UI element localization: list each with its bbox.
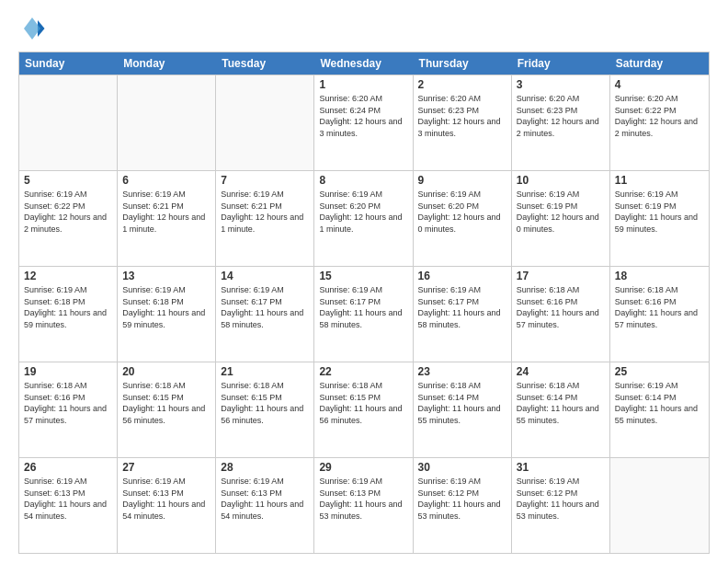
empty-cell (118, 75, 216, 170)
day-info: Sunrise: 6:19 AM Sunset: 6:18 PM Dayligh… (122, 284, 210, 330)
calendar: SundayMondayTuesdayWednesdayThursdayFrid… (18, 52, 710, 554)
day-info: Sunrise: 6:19 AM Sunset: 6:21 PM Dayligh… (221, 189, 309, 235)
day-number: 13 (122, 270, 210, 282)
day-number: 11 (615, 174, 704, 187)
day-number: 9 (418, 174, 506, 187)
day-cell-17: 17Sunrise: 6:18 AM Sunset: 6:16 PM Dayli… (512, 267, 610, 362)
day-info: Sunrise: 6:19 AM Sunset: 6:17 PM Dayligh… (221, 284, 309, 330)
day-info: Sunrise: 6:19 AM Sunset: 6:22 PM Dayligh… (24, 189, 112, 235)
calendar-week-5: 26Sunrise: 6:19 AM Sunset: 6:13 PM Dayli… (19, 457, 709, 553)
empty-cell (216, 75, 314, 170)
day-info: Sunrise: 6:20 AM Sunset: 6:23 PM Dayligh… (517, 93, 605, 139)
day-cell-20: 20Sunrise: 6:18 AM Sunset: 6:15 PM Dayli… (118, 362, 216, 457)
day-info: Sunrise: 6:19 AM Sunset: 6:17 PM Dayligh… (418, 284, 506, 330)
day-cell-27: 27Sunrise: 6:19 AM Sunset: 6:13 PM Dayli… (118, 458, 216, 553)
header-day-sunday: Sunday (19, 52, 118, 75)
day-number: 14 (221, 270, 309, 282)
day-cell-6: 6Sunrise: 6:19 AM Sunset: 6:21 PM Daylig… (118, 171, 216, 266)
day-cell-29: 29Sunrise: 6:19 AM Sunset: 6:13 PM Dayli… (314, 458, 413, 553)
header-day-saturday: Saturday (610, 52, 709, 75)
calendar-week-3: 12Sunrise: 6:19 AM Sunset: 6:18 PM Dayli… (19, 266, 709, 362)
day-info: Sunrise: 6:19 AM Sunset: 6:13 PM Dayligh… (319, 476, 407, 522)
day-cell-4: 4Sunrise: 6:20 AM Sunset: 6:22 PM Daylig… (610, 75, 709, 170)
day-number: 2 (418, 78, 506, 91)
day-number: 4 (615, 78, 704, 91)
day-info: Sunrise: 6:19 AM Sunset: 6:12 PM Dayligh… (517, 476, 605, 522)
day-cell-16: 16Sunrise: 6:19 AM Sunset: 6:17 PM Dayli… (414, 267, 512, 362)
day-number: 24 (517, 365, 605, 378)
day-info: Sunrise: 6:19 AM Sunset: 6:17 PM Dayligh… (319, 284, 407, 330)
day-number: 12 (24, 270, 112, 282)
header-day-thursday: Thursday (414, 52, 512, 75)
day-cell-26: 26Sunrise: 6:19 AM Sunset: 6:13 PM Dayli… (19, 458, 118, 553)
calendar-body: 1Sunrise: 6:20 AM Sunset: 6:24 PM Daylig… (19, 75, 709, 553)
day-cell-11: 11Sunrise: 6:19 AM Sunset: 6:19 PM Dayli… (610, 171, 709, 266)
day-number: 25 (615, 365, 704, 378)
day-cell-23: 23Sunrise: 6:18 AM Sunset: 6:14 PM Dayli… (414, 362, 512, 457)
day-cell-12: 12Sunrise: 6:19 AM Sunset: 6:18 PM Dayli… (19, 267, 118, 362)
day-info: Sunrise: 6:19 AM Sunset: 6:14 PM Dayligh… (615, 380, 704, 426)
day-cell-19: 19Sunrise: 6:18 AM Sunset: 6:16 PM Dayli… (19, 362, 118, 457)
day-cell-30: 30Sunrise: 6:19 AM Sunset: 6:12 PM Dayli… (414, 458, 512, 553)
day-cell-31: 31Sunrise: 6:19 AM Sunset: 6:12 PM Dayli… (512, 458, 610, 553)
day-number: 31 (517, 461, 605, 474)
empty-cell (610, 458, 709, 553)
day-number: 22 (319, 365, 407, 378)
day-info: Sunrise: 6:19 AM Sunset: 6:20 PM Dayligh… (319, 189, 407, 235)
day-cell-22: 22Sunrise: 6:18 AM Sunset: 6:15 PM Dayli… (314, 362, 413, 457)
day-number: 10 (517, 174, 605, 187)
day-info: Sunrise: 6:19 AM Sunset: 6:19 PM Dayligh… (517, 189, 605, 235)
header-day-tuesday: Tuesday (216, 52, 314, 75)
day-cell-13: 13Sunrise: 6:19 AM Sunset: 6:18 PM Dayli… (118, 267, 216, 362)
calendar-week-2: 5Sunrise: 6:19 AM Sunset: 6:22 PM Daylig… (19, 170, 709, 266)
day-number: 15 (319, 270, 407, 282)
day-info: Sunrise: 6:18 AM Sunset: 6:15 PM Dayligh… (319, 380, 407, 426)
day-number: 3 (517, 78, 605, 91)
day-cell-8: 8Sunrise: 6:19 AM Sunset: 6:20 PM Daylig… (314, 171, 413, 266)
day-info: Sunrise: 6:19 AM Sunset: 6:13 PM Dayligh… (122, 476, 210, 522)
day-number: 16 (418, 270, 506, 282)
day-number: 7 (221, 174, 309, 187)
day-number: 27 (122, 461, 210, 474)
day-number: 23 (418, 365, 506, 378)
day-cell-7: 7Sunrise: 6:19 AM Sunset: 6:21 PM Daylig… (216, 171, 314, 266)
day-cell-14: 14Sunrise: 6:19 AM Sunset: 6:17 PM Dayli… (216, 267, 314, 362)
day-info: Sunrise: 6:18 AM Sunset: 6:16 PM Dayligh… (517, 284, 605, 330)
day-number: 17 (517, 270, 605, 282)
day-info: Sunrise: 6:18 AM Sunset: 6:16 PM Dayligh… (24, 380, 112, 426)
day-number: 30 (418, 461, 506, 474)
day-number: 5 (24, 174, 112, 187)
day-info: Sunrise: 6:19 AM Sunset: 6:21 PM Dayligh… (122, 189, 210, 235)
day-number: 19 (24, 365, 112, 378)
calendar-week-4: 19Sunrise: 6:18 AM Sunset: 6:16 PM Dayli… (19, 362, 709, 457)
day-info: Sunrise: 6:20 AM Sunset: 6:22 PM Dayligh… (615, 93, 704, 139)
day-cell-28: 28Sunrise: 6:19 AM Sunset: 6:13 PM Dayli… (216, 458, 314, 553)
day-cell-25: 25Sunrise: 6:19 AM Sunset: 6:14 PM Dayli… (610, 362, 709, 457)
day-info: Sunrise: 6:19 AM Sunset: 6:18 PM Dayligh… (24, 284, 112, 330)
day-cell-15: 15Sunrise: 6:19 AM Sunset: 6:17 PM Dayli… (314, 267, 413, 362)
day-info: Sunrise: 6:19 AM Sunset: 6:20 PM Dayligh… (418, 189, 506, 235)
page: SundayMondayTuesdayWednesdayThursdayFrid… (0, 0, 728, 563)
header-day-monday: Monday (118, 52, 216, 75)
day-cell-21: 21Sunrise: 6:18 AM Sunset: 6:15 PM Dayli… (216, 362, 314, 457)
day-info: Sunrise: 6:19 AM Sunset: 6:19 PM Dayligh… (615, 189, 704, 235)
day-cell-1: 1Sunrise: 6:20 AM Sunset: 6:24 PM Daylig… (314, 75, 413, 170)
day-info: Sunrise: 6:18 AM Sunset: 6:14 PM Dayligh… (517, 380, 605, 426)
header-day-wednesday: Wednesday (314, 52, 413, 75)
day-number: 29 (319, 461, 407, 474)
day-cell-5: 5Sunrise: 6:19 AM Sunset: 6:22 PM Daylig… (19, 171, 118, 266)
empty-cell (19, 75, 118, 170)
day-cell-2: 2Sunrise: 6:20 AM Sunset: 6:23 PM Daylig… (414, 75, 512, 170)
day-info: Sunrise: 6:18 AM Sunset: 6:16 PM Dayligh… (615, 284, 704, 330)
logo (18, 15, 50, 42)
day-number: 6 (122, 174, 210, 187)
day-info: Sunrise: 6:19 AM Sunset: 6:12 PM Dayligh… (418, 476, 506, 522)
logo-icon (18, 15, 46, 42)
day-cell-9: 9Sunrise: 6:19 AM Sunset: 6:20 PM Daylig… (414, 171, 512, 266)
day-number: 20 (122, 365, 210, 378)
day-info: Sunrise: 6:19 AM Sunset: 6:13 PM Dayligh… (221, 476, 309, 522)
day-info: Sunrise: 6:18 AM Sunset: 6:14 PM Dayligh… (418, 380, 506, 426)
day-number: 28 (221, 461, 309, 474)
day-cell-3: 3Sunrise: 6:20 AM Sunset: 6:23 PM Daylig… (512, 75, 610, 170)
day-number: 1 (319, 78, 407, 91)
